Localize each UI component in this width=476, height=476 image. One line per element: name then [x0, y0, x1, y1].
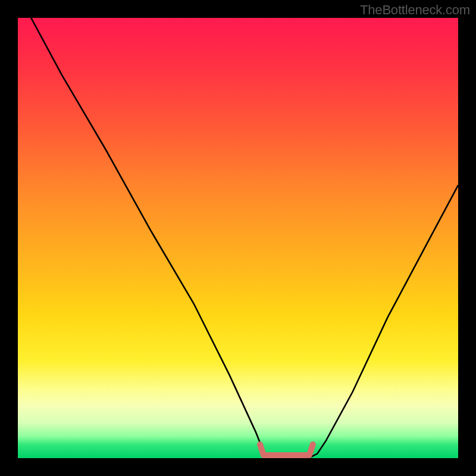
valley-marker	[18, 18, 458, 458]
plot-area	[18, 18, 458, 458]
chart-frame: TheBottleneck.com	[0, 0, 476, 476]
watermark-text: TheBottleneck.com	[360, 2, 470, 18]
valley-path	[260, 444, 313, 455]
